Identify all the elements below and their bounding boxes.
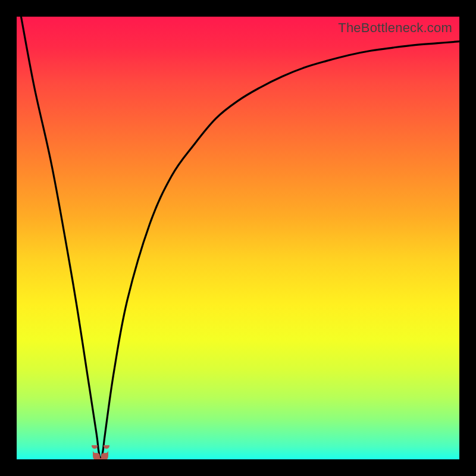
chart-frame: TheBottleneck.com <box>0 0 476 476</box>
curve-svg <box>17 17 459 459</box>
plot-area: TheBottleneck.com <box>17 17 459 459</box>
bottleneck-curve-path <box>21 17 459 459</box>
watermark-text: TheBottleneck.com <box>338 20 452 36</box>
